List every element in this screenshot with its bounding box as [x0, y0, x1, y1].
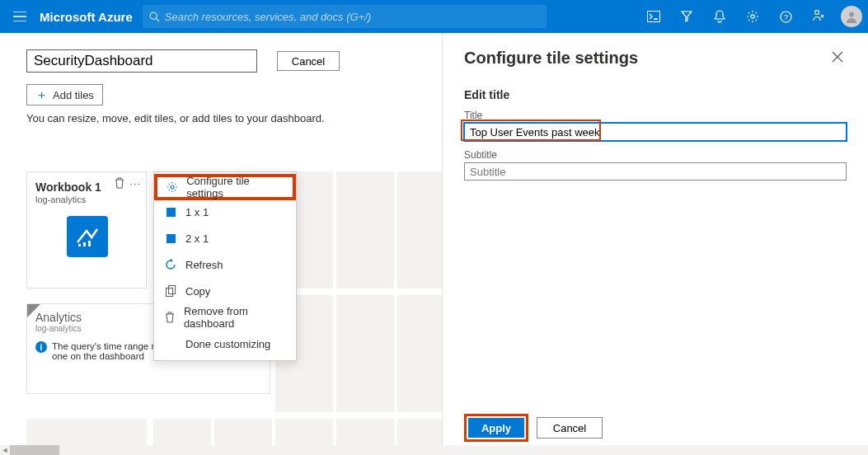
menu-label: 1 x 1 — [185, 206, 209, 218]
search-placeholder-text: Search resources, services, and docs (G+… — [165, 11, 371, 23]
gear-icon — [166, 181, 178, 193]
hamburger-icon — [13, 12, 26, 21]
apply-button[interactable]: Apply — [468, 418, 524, 438]
cloud-shell-icon — [647, 11, 660, 22]
section-label: Edit title — [464, 88, 847, 101]
workbook-icon — [67, 216, 108, 257]
dashboard-name-row: Cancel — [26, 49, 442, 73]
bell-icon — [714, 10, 725, 23]
svg-point-6 — [815, 11, 819, 15]
dashboard-name-input[interactable] — [26, 49, 257, 73]
subtitle-field-label: Subtitle — [464, 149, 847, 161]
svg-point-7 — [849, 12, 854, 17]
tile-workbook[interactable]: ··· Workbook 1 log-analytics — [26, 171, 147, 288]
feedback-button[interactable] — [802, 0, 835, 33]
grid-cell — [336, 171, 394, 288]
menu-size-1x1[interactable]: 1 x 1 — [154, 199, 296, 225]
svg-rect-13 — [168, 286, 175, 294]
grid-cell — [336, 295, 394, 412]
menu-label: Done customizing — [185, 338, 270, 350]
tile-action-icons: ··· — [115, 177, 141, 191]
scroll-left-arrow[interactable]: ◄ — [0, 445, 10, 455]
top-bar: Microsoft Azure Search resources, servic… — [0, 0, 868, 33]
svg-rect-10 — [88, 241, 91, 246]
help-button[interactable]: ? — [769, 0, 802, 33]
global-search[interactable]: Search resources, services, and docs (G+… — [143, 5, 547, 28]
svg-rect-2 — [648, 12, 660, 22]
svg-point-3 — [751, 15, 754, 18]
menu-label: Remove from dashboard — [184, 305, 286, 330]
tile-more-button[interactable]: ··· — [129, 177, 141, 191]
svg-text:?: ? — [783, 13, 787, 21]
menu-label: Configure tile settings — [186, 175, 284, 199]
svg-rect-12 — [166, 288, 172, 297]
brand-label: Microsoft Azure — [40, 10, 143, 24]
cloud-shell-button[interactable] — [637, 0, 670, 33]
menu-refresh[interactable]: Refresh — [154, 251, 296, 278]
svg-rect-8 — [78, 244, 81, 246]
tile-subtitle: log-analytics — [35, 195, 138, 204]
svg-point-11 — [171, 185, 174, 189]
highlight-box: Apply — [464, 414, 528, 442]
settings-button[interactable] — [736, 0, 769, 33]
delete-tile-button[interactable] — [115, 177, 124, 191]
add-tiles-label: Add tiles — [53, 89, 94, 101]
title-input-wrap — [464, 123, 847, 141]
menu-copy[interactable]: Copy — [154, 278, 296, 304]
gear-icon — [746, 10, 759, 23]
directory-filter-button[interactable] — [670, 0, 703, 33]
add-tiles-button[interactable]: ＋ Add tiles — [26, 84, 103, 106]
tile-title-input[interactable] — [464, 123, 847, 141]
square-icon — [164, 234, 177, 243]
close-icon — [832, 51, 843, 63]
cancel-button[interactable]: Cancel — [537, 417, 603, 439]
trash-icon — [164, 312, 176, 323]
feedback-icon — [812, 10, 825, 23]
help-text: You can resize, move, edit tiles, or add… — [26, 112, 442, 124]
title-field-label: Title — [464, 110, 847, 121]
square-icon — [164, 208, 177, 217]
svg-point-0 — [150, 12, 157, 19]
cancel-button[interactable]: Cancel — [277, 51, 340, 71]
topbar-icons: ? — [637, 0, 835, 33]
close-panel-button[interactable] — [828, 48, 847, 68]
menu-label: 2 x 1 — [185, 232, 209, 245]
add-tiles-row: ＋ Add tiles — [26, 84, 442, 106]
tile-context-menu: Configure tile settings 1 x 1 2 x 1 Refr… — [153, 171, 297, 361]
trash-icon — [115, 177, 124, 189]
menu-label: Refresh — [185, 259, 223, 271]
notifications-button[interactable] — [703, 0, 736, 33]
info-icon: i — [35, 341, 47, 353]
menu-label: Copy — [185, 285, 210, 298]
tile-subtitle-input[interactable] — [464, 162, 847, 181]
main-area: Cancel ＋ Add tiles You can resize, move,… — [0, 33, 868, 455]
menu-done-customizing[interactable]: Done customizing — [154, 331, 296, 357]
filter-icon — [681, 11, 692, 22]
panel-title: Configure tile settings — [464, 49, 638, 68]
help-icon: ? — [780, 11, 792, 23]
account-avatar[interactable] — [835, 0, 868, 33]
copy-icon — [164, 285, 177, 297]
plus-icon: ＋ — [35, 87, 48, 103]
menu-remove[interactable]: Remove from dashboard — [154, 304, 296, 331]
search-icon — [149, 12, 160, 22]
svg-line-1 — [156, 18, 159, 21]
dashboard-edit-area: Cancel ＋ Add tiles You can resize, move,… — [0, 33, 442, 455]
grid-cell — [397, 295, 442, 412]
panel-header: Configure tile settings — [464, 48, 847, 68]
tile-grid: ··· Workbook 1 log-analytics Analytics l… — [26, 171, 442, 455]
refresh-icon — [164, 259, 177, 270]
avatar-icon — [841, 6, 862, 27]
panel-footer: Apply Cancel — [464, 414, 603, 442]
configure-tile-panel: Configure tile settings Edit title Title… — [442, 33, 868, 455]
menu-size-2x1[interactable]: 2 x 1 — [154, 225, 296, 251]
svg-rect-9 — [83, 242, 86, 246]
grid-cell — [397, 171, 442, 288]
hamburger-menu[interactable] — [0, 0, 40, 33]
scroll-thumb[interactable] — [10, 445, 59, 455]
horizontal-scrollbar[interactable]: ◄ — [0, 445, 868, 455]
menu-configure-tile[interactable]: Configure tile settings — [154, 174, 296, 200]
